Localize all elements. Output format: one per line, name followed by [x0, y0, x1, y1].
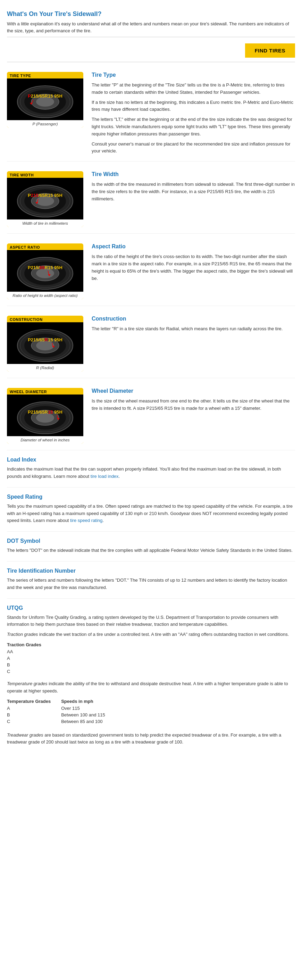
- dot-symbol-heading: DOT Symbol: [7, 538, 295, 544]
- page-header: What's On Your Tire's Sidewall? With a l…: [7, 7, 295, 37]
- svg-text:P215/65R15 95H: P215/65R15 95H: [28, 409, 62, 415]
- utqg-heading: UTQG: [7, 605, 295, 611]
- tire-width-card-label: TIRE WIDTH: [7, 171, 83, 178]
- load-index-para: Indicates the maximum load that the tire…: [7, 466, 295, 480]
- tire-width-card-image: P215/65R15 95H: [7, 178, 83, 220]
- aspect-ratio-heading: Aspect Ratio: [92, 243, 295, 250]
- speed-rating-section: Speed Rating Tells you the maximum speed…: [7, 488, 295, 532]
- aspect-ratio-card: ASPECT RATIO P215/65R15 95H Ratio of hei…: [7, 243, 83, 299]
- load-index-section: Load Index Indicates the maximum load th…: [7, 450, 295, 488]
- page-title: What's On Your Tire's Sidewall?: [7, 10, 295, 18]
- temp-grade-a-label: A: [7, 705, 61, 711]
- utqg-para-1: Stands for Uniform Tire Quality Grading,…: [7, 614, 295, 628]
- wheel-diameter-card: WHEEL DIAMETER P215/65R15 95H Diameter o…: [7, 388, 83, 444]
- tire-width-section: TIRE WIDTH P215/65R15 95H Width of tire …: [7, 161, 295, 234]
- traction-grade-c: C: [7, 668, 111, 675]
- aspect-ratio-card-caption: Ratio of height to width (aspect ratio): [7, 292, 83, 299]
- tire-type-para-1: The letter "P" at the beginning of the "…: [92, 82, 295, 96]
- tin-heading: Tire Identification Number: [7, 568, 295, 574]
- tire-type-card-caption: P (Passenger): [7, 120, 83, 128]
- aspect-ratio-section: ASPECT RATIO P215/65R15 95H Ratio of hei…: [7, 234, 295, 306]
- tin-para: The series of letters and numbers follow…: [7, 577, 295, 592]
- traction-table-header: Traction Grades: [7, 641, 111, 648]
- speed-rating-link[interactable]: tire speed rating: [70, 518, 102, 523]
- temperature-grade-header: Temperature Grades: [7, 698, 61, 705]
- load-index-link[interactable]: tire load index: [91, 474, 119, 479]
- tire-width-heading: Tire Width: [92, 171, 295, 177]
- svg-text:P215/65R15 95H: P215/65R15 95H: [28, 265, 62, 270]
- dot-symbol-section: DOT Symbol The letters "DOT" on the side…: [7, 532, 295, 562]
- temp-grade-b-label: B: [7, 711, 61, 718]
- utqg-temperature-intro: Temperature grades indicate the ability …: [7, 680, 295, 695]
- aspect-ratio-card-label: ASPECT RATIO: [7, 243, 83, 250]
- load-index-heading: Load Index: [7, 457, 295, 463]
- wheel-diameter-card-image: P215/65R15 95H: [7, 395, 83, 436]
- tire-width-card-caption: Width of tire in millimeters: [7, 220, 83, 227]
- speed-rating-para: Tells you the maximum speed capability o…: [7, 503, 295, 524]
- tire-width-text: Tire Width Is the width of the tire meas…: [92, 171, 295, 202]
- tire-type-text: Tire Type The letter "P" at the beginnin…: [92, 72, 295, 155]
- tire-type-para-4: Consult your owner's manual or tire plac…: [92, 141, 295, 155]
- utqg-section: UTQG Stands for Uniform Tire Quality Gra…: [7, 599, 295, 753]
- utqg-traction-intro: Traction grades indicate the wet tractio…: [7, 631, 295, 638]
- tin-section: Tire Identification Number The series of…: [7, 562, 295, 599]
- wheel-diameter-para-1: Is the size of the wheel measured from o…: [92, 398, 295, 412]
- tire-type-card-image: P215/65R15 95H: [7, 78, 83, 120]
- tire-width-card: TIRE WIDTH P215/65R15 95H Width of tire …: [7, 171, 83, 227]
- traction-grade-b: B: [7, 662, 111, 668]
- find-tires-bar: FIND TIRES: [7, 37, 295, 62]
- temp-grade-a-speed: Over 115: [61, 705, 116, 711]
- wheel-diameter-card-caption: Diameter of wheel in inches: [7, 436, 83, 444]
- temperature-speed-header: Speeds in mph: [61, 698, 116, 705]
- tire-type-para-2: If a tire size has no letters at the beg…: [92, 99, 295, 113]
- tire-type-heading: Tire Type: [92, 72, 295, 78]
- construction-text: Construction The letter "R" in a tire si…: [92, 316, 295, 332]
- svg-text:P215/65R15 95H: P215/65R15 95H: [28, 94, 62, 99]
- tire-type-card: TIRE TYPE P215/65R15 95H P (Passenger): [7, 72, 83, 128]
- find-tires-button[interactable]: FIND TIRES: [245, 43, 295, 58]
- tire-width-para-1: Is the width of the tire measured in mil…: [92, 181, 295, 202]
- tire-type-section: TIRE TYPE P215/65R15 95H P (Passenger): [7, 62, 295, 161]
- svg-text:P215/65R15 95H: P215/65R15 95H: [28, 337, 62, 342]
- tire-type-card-label: TIRE TYPE: [7, 72, 83, 78]
- traction-grade-aa: AA: [7, 648, 111, 655]
- tire-type-para-3: The letters "LT," either at the beginnin…: [92, 116, 295, 137]
- dot-symbol-para: The letters "DOT" on the sidewall indica…: [7, 547, 295, 554]
- aspect-ratio-card-image: P215/65R15 95H: [7, 250, 83, 292]
- construction-para-1: The letter "R" in a tire size stands for…: [92, 325, 295, 332]
- traction-grade-a: A: [7, 655, 111, 662]
- construction-heading: Construction: [92, 316, 295, 322]
- temp-grade-c-label: C: [7, 718, 61, 725]
- construction-card-caption: R (Radial): [7, 364, 83, 372]
- aspect-ratio-para-1: Is the ratio of the height of the tire's…: [92, 253, 295, 282]
- wheel-diameter-heading: Wheel Diameter: [92, 388, 295, 394]
- construction-card-label: CONSTRUCTION: [7, 316, 83, 322]
- temp-grade-c-speed: Between 85 and 100: [61, 718, 116, 725]
- traction-table: Traction Grades AA A B C: [7, 641, 111, 675]
- svg-text:P215/65R15 95H: P215/65R15 95H: [28, 193, 62, 198]
- utqg-treadwear-para: Treadwear grades are based on standardiz…: [7, 732, 295, 746]
- wheel-diameter-section: WHEEL DIAMETER P215/65R15 95H Diameter o…: [7, 378, 295, 450]
- construction-card-image: P215/65R15 95H: [7, 322, 83, 364]
- page-intro: With a little explanation it's easy to u…: [7, 21, 295, 34]
- construction-section: CONSTRUCTION P215/65R15 95H R (Radial) C…: [7, 306, 295, 378]
- temperature-table: Temperature Grades Speeds in mph A Over …: [7, 698, 116, 725]
- wheel-diameter-card-label: WHEEL DIAMETER: [7, 388, 83, 395]
- aspect-ratio-text: Aspect Ratio Is the ratio of the height …: [92, 243, 295, 282]
- wheel-diameter-text: Wheel Diameter Is the size of the wheel …: [92, 388, 295, 412]
- construction-card: CONSTRUCTION P215/65R15 95H R (Radial): [7, 316, 83, 372]
- speed-rating-heading: Speed Rating: [7, 494, 295, 500]
- temp-grade-b-speed: Between 100 and 115: [61, 711, 116, 718]
